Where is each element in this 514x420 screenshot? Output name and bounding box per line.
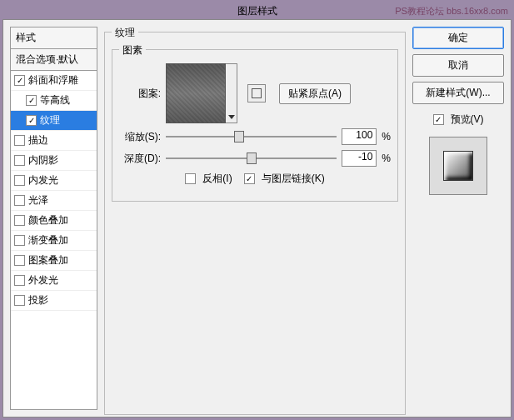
style-item-label: 颜色叠加	[28, 213, 68, 228]
preview-checkbox[interactable]: 预览(V)	[412, 112, 504, 127]
link-checkbox[interactable]: 与图层链接(K)	[244, 172, 325, 186]
style-item-checkbox[interactable]	[14, 155, 25, 166]
titlebar: 图层样式 PS教程论坛 bbs.16xx8.com	[2, 2, 512, 19]
scale-input[interactable]: 100	[342, 128, 377, 145]
styles-panel: 样式 混合选项·默认 斜面和浮雕等高线纹理描边内阴影内发光光泽颜色叠加渐变叠加图…	[10, 27, 97, 410]
style-item-checkbox[interactable]	[14, 295, 25, 306]
depth-slider[interactable]	[166, 152, 337, 165]
texture-group-label: 纹理	[112, 26, 138, 40]
cancel-button[interactable]: 取消	[412, 54, 504, 77]
style-item-9[interactable]: 图案叠加	[11, 251, 97, 271]
style-item-0[interactable]: 斜面和浮雕	[11, 71, 97, 91]
new-style-button[interactable]: 新建样式(W)...	[412, 82, 504, 104]
style-item-label: 外发光	[28, 273, 58, 288]
style-item-checkbox[interactable]	[14, 275, 25, 286]
depth-percent: %	[382, 152, 391, 164]
depth-input[interactable]: -10	[342, 150, 377, 167]
pattern-dropdown-arrow[interactable]	[226, 63, 237, 123]
style-item-label: 等高线	[40, 93, 70, 108]
style-item-checkbox[interactable]	[14, 255, 25, 266]
window-title: 图层样式	[237, 5, 277, 17]
style-item-11[interactable]: 投影	[11, 291, 97, 311]
preview-label: 预览(V)	[451, 112, 484, 127]
texture-group: 纹理 图素 图案: 贴紧原点(A) 缩放(S):	[104, 32, 406, 415]
style-item-7[interactable]: 颜色叠加	[11, 211, 97, 231]
style-item-label: 投影	[28, 293, 48, 308]
create-pattern-icon[interactable]	[247, 84, 266, 102]
scale-label: 缩放(S):	[119, 130, 161, 144]
watermark: PS教程论坛 bbs.16xx8.com	[395, 2, 508, 19]
style-item-10[interactable]: 外发光	[11, 271, 97, 291]
style-item-4[interactable]: 内阴影	[11, 151, 97, 171]
preview-box	[429, 137, 487, 195]
invert-label: 反相(I)	[202, 172, 232, 186]
elements-group-label: 图素	[119, 43, 146, 58]
style-item-checkbox[interactable]	[26, 115, 37, 126]
style-item-5[interactable]: 内发光	[11, 171, 97, 191]
style-item-8[interactable]: 渐变叠加	[11, 231, 97, 251]
scale-percent: %	[382, 131, 391, 142]
pattern-row: 图案: 贴紧原点(A)	[119, 63, 391, 123]
preview-bevel-icon	[443, 151, 473, 181]
style-item-checkbox[interactable]	[14, 135, 25, 146]
style-item-checkbox[interactable]	[14, 195, 25, 206]
style-item-label: 渐变叠加	[28, 233, 68, 248]
checkbox-row: 反相(I) 与图层链接(K)	[119, 172, 391, 186]
style-item-label: 纹理	[40, 113, 60, 128]
style-item-label: 光泽	[28, 193, 48, 208]
texture-settings-panel: 纹理 图素 图案: 贴紧原点(A) 缩放(S):	[104, 27, 406, 410]
pattern-swatch[interactable]	[166, 63, 226, 123]
style-item-label: 内阴影	[28, 153, 58, 168]
style-item-2[interactable]: 纹理	[11, 111, 97, 131]
style-item-6[interactable]: 光泽	[11, 191, 97, 211]
invert-checkbox[interactable]: 反相(I)	[185, 172, 232, 186]
style-item-checkbox[interactable]	[14, 235, 25, 246]
layer-style-dialog: 图层样式 PS教程论坛 bbs.16xx8.com 样式 混合选项·默认 斜面和…	[2, 2, 512, 418]
style-item-checkbox[interactable]	[14, 215, 25, 226]
style-item-checkbox[interactable]	[14, 75, 25, 86]
style-item-label: 内发光	[28, 173, 58, 188]
action-panel: 确定 取消 新建样式(W)... 预览(V)	[412, 27, 504, 410]
link-label: 与图层链接(K)	[262, 172, 325, 186]
pattern-label: 图案:	[119, 87, 161, 101]
depth-label: 深度(D):	[119, 152, 161, 166]
styles-header[interactable]: 样式	[10, 27, 97, 48]
style-item-3[interactable]: 描边	[11, 131, 97, 151]
snap-origin-button[interactable]: 贴紧原点(A)	[279, 83, 351, 104]
ok-button[interactable]: 确定	[412, 27, 504, 49]
depth-row: 深度(D): -10 %	[119, 150, 391, 167]
style-item-checkbox[interactable]	[26, 95, 37, 106]
scale-slider[interactable]	[166, 130, 337, 143]
style-item-label: 图案叠加	[28, 253, 68, 268]
style-item-label: 描边	[28, 133, 48, 148]
scale-row: 缩放(S): 100 %	[119, 128, 391, 145]
elements-group: 图素 图案: 贴紧原点(A) 缩放(S):	[112, 49, 398, 202]
dialog-body: 样式 混合选项·默认 斜面和浮雕等高线纹理描边内阴影内发光光泽颜色叠加渐变叠加图…	[2, 19, 512, 418]
style-list: 斜面和浮雕等高线纹理描边内阴影内发光光泽颜色叠加渐变叠加图案叠加外发光投影	[10, 70, 97, 410]
blending-options[interactable]: 混合选项·默认	[10, 48, 97, 70]
style-item-label: 斜面和浮雕	[28, 73, 78, 88]
style-item-checkbox[interactable]	[14, 175, 25, 186]
style-item-1[interactable]: 等高线	[11, 91, 97, 111]
